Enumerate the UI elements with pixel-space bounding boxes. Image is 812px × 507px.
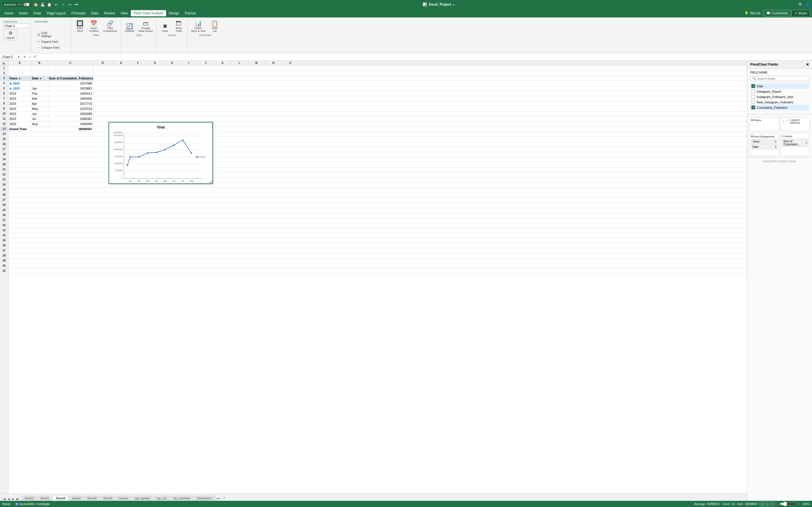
undo-icon[interactable]: ↩ (54, 2, 58, 7)
redo-icon[interactable]: ↪ (67, 2, 72, 7)
row-5[interactable]: 5 (0, 86, 8, 91)
row-16[interactable]: 16 (0, 142, 8, 147)
accessibility-status[interactable]: ♿ Accessibility: Investigate (15, 503, 50, 506)
cell-b10[interactable]: Jun (31, 111, 48, 116)
sheet-tab-top-city[interactable]: top_city (154, 496, 169, 501)
cell-d11[interactable] (93, 116, 747, 121)
axis-date-item[interactable]: Date ℹ (751, 145, 777, 149)
change-data-source-button[interactable]: 🗃 Change Data Source (137, 20, 154, 33)
clear-button[interactable]: ✖ Clear (159, 22, 171, 33)
page-break-view-button[interactable]: ⊟ (770, 502, 775, 506)
empty-row-32[interactable] (8, 223, 747, 228)
cell-a2[interactable] (8, 71, 31, 76)
cell-d2[interactable] (93, 71, 747, 76)
cell-b4[interactable] (31, 81, 48, 86)
years-filter-icon[interactable]: ▾ (19, 77, 20, 80)
row-17[interactable]: 17 (0, 147, 8, 152)
row-36[interactable]: 36 (0, 243, 8, 248)
cell-a1[interactable] (8, 66, 31, 71)
sheet-tab-sheet2[interactable]: Sheet2 (21, 496, 37, 501)
axis-years-info-icon[interactable]: ℹ (775, 140, 776, 143)
empty-row-28[interactable] (8, 203, 747, 208)
sheet-nav-next[interactable]: ▶ (11, 497, 15, 501)
cell-d3[interactable] (93, 76, 747, 81)
row-25[interactable]: 25 (0, 187, 8, 192)
cell-b2[interactable] (31, 71, 48, 76)
cell-d1[interactable] (93, 66, 747, 71)
cell-a3[interactable]: Years ▾ (8, 76, 31, 81)
collapse-2023-icon[interactable]: ⊖ (9, 87, 11, 90)
autosave-toggle[interactable] (23, 3, 30, 6)
empty-row-30[interactable] (8, 213, 747, 218)
home-icon[interactable]: 🏠 (34, 2, 38, 7)
row-21[interactable]: 21 (0, 167, 8, 172)
col-n[interactable]: N (265, 61, 282, 65)
search-fields-box[interactable]: 🔍 (750, 76, 809, 81)
empty-row-37[interactable] (8, 248, 747, 253)
menu-home[interactable]: Home (2, 10, 16, 16)
cell-b3[interactable]: Date ▾ (31, 76, 48, 81)
field-cumulative-followers[interactable]: ✓ Cumulative_Followers (750, 105, 809, 110)
cell-c5[interactable]: 1653882 (48, 86, 93, 91)
values-sum-info-icon[interactable]: ℹ (806, 142, 807, 145)
cell-a9[interactable]: 2023 (8, 106, 31, 111)
sheet-tab-content[interactable]: content (116, 496, 132, 501)
col-o[interactable]: O (282, 61, 299, 65)
cell-b5[interactable]: Jan (31, 86, 48, 91)
cell-a10[interactable]: 2023 (8, 111, 31, 116)
empty-row-36[interactable] (8, 243, 747, 248)
sheet-nav-prev[interactable]: ◀ (7, 497, 11, 501)
row-7[interactable]: 7 (0, 96, 8, 101)
more-commands-icon[interactable]: ••• (74, 2, 79, 7)
field-settings-button[interactable]: ☰ Field Settings (36, 31, 67, 38)
empty-row-40[interactable] (8, 263, 747, 269)
cell-c2[interactable] (48, 71, 93, 76)
fields-items-sets-button[interactable]: 📊 Fields, Items & Sets (190, 20, 207, 33)
cell-b9[interactable]: May (31, 106, 48, 111)
pivot-panel-close-icon[interactable]: ✕ (806, 62, 809, 67)
sheet-nav-last[interactable]: ▶| (16, 497, 20, 501)
cell-c8[interactable]: 2017716 (48, 101, 93, 106)
cell-a4[interactable]: ⊕ 2022 (8, 81, 31, 86)
row-1[interactable]: 1 (0, 66, 8, 71)
cell-c6[interactable]: 1655411 (48, 91, 93, 96)
row-9[interactable]: 9 (0, 106, 8, 111)
insert-slicer-button[interactable]: 🔲 Insert Slicer (73, 20, 86, 33)
cell-c12[interactable]: 1950058 (48, 121, 93, 126)
axis-years-item[interactable]: Years ℹ (751, 139, 777, 144)
row-32[interactable]: 32 (0, 223, 8, 228)
menu-tell-me[interactable]: 💡 Tell me (742, 10, 763, 16)
zoom-slider[interactable] (780, 502, 797, 506)
empty-row-29[interactable] (8, 208, 747, 213)
sheet-tab-subset[interactable]: Subset (69, 496, 84, 501)
menu-data[interactable]: Data (88, 10, 101, 16)
chart-container[interactable]: Total 0 500000 1000000 1500000 2000000 2… (109, 122, 213, 184)
search-fields-input[interactable] (757, 77, 807, 80)
save-icon[interactable]: 💾 (40, 2, 45, 7)
normal-view-button[interactable]: ⊞ (760, 502, 764, 506)
row-28[interactable]: 28 (0, 203, 8, 208)
menu-format[interactable]: Format (182, 10, 199, 16)
insert-function-button[interactable]: f (33, 55, 37, 59)
row-39[interactable]: 39 (0, 258, 8, 263)
move-chart-button[interactable]: 🗔 Move Chart (172, 20, 185, 33)
row-18[interactable]: 18 (0, 152, 8, 157)
filter-connections-button[interactable]: 🔗 Filter Connections (101, 20, 119, 33)
cell-a7[interactable]: 2023 (8, 96, 31, 101)
row-22[interactable]: 22 (0, 172, 8, 177)
sheet-tab-top-countries[interactable]: top_countries (170, 496, 193, 501)
empty-row-26[interactable] (8, 192, 747, 198)
row-15[interactable]: 15 (0, 136, 8, 142)
profile-icon[interactable]: 👤 (805, 2, 810, 7)
cell-a12[interactable]: 2023 (8, 121, 31, 126)
row-12[interactable]: 12 (0, 121, 8, 126)
cell-b11[interactable]: Jul (31, 116, 48, 121)
expand-field-button[interactable]: ＋ Expand Field (36, 39, 67, 44)
row-3[interactable]: 3 (0, 76, 8, 81)
formula-input[interactable] (38, 55, 811, 59)
chart-resize-handle[interactable] (209, 180, 212, 183)
col-b[interactable]: B (31, 61, 48, 65)
sheet-tab-sheet3[interactable]: Sheet3 (100, 496, 115, 501)
col-j[interactable]: J (197, 61, 214, 65)
col-e[interactable]: E (113, 61, 130, 65)
